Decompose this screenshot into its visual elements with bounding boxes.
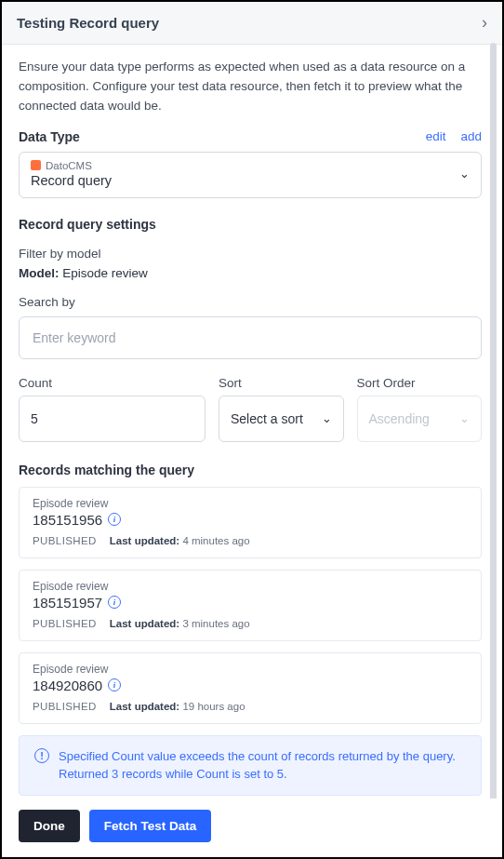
plugin-label: DatoCMS	[31, 160, 112, 171]
info-icon[interactable]: i	[108, 596, 121, 609]
model-key: Model:	[19, 266, 60, 280]
add-link[interactable]: add	[460, 129, 482, 143]
data-type-selector[interactable]: DatoCMS Record query ⌄	[19, 152, 482, 198]
search-input[interactable]	[19, 316, 482, 359]
datocms-icon	[31, 160, 41, 170]
record-updated: Last updated: 4 minutes ago	[110, 535, 250, 546]
count-warning-alert: ! Specified Count value exceeds the coun…	[19, 735, 482, 796]
record-status: PUBLISHED	[33, 535, 97, 546]
data-type-header-row: Data Type edit add	[19, 129, 482, 144]
count-input[interactable]	[19, 396, 206, 442]
sort-order-placeholder: Ascending	[369, 411, 430, 426]
panel-header: Testing Record query ›	[2, 2, 502, 45]
record-updated: Last updated: 19 hours ago	[110, 701, 245, 712]
record-type: Episode review	[33, 580, 468, 593]
panel-body: Ensure your data type performs as expect…	[2, 43, 498, 801]
done-button[interactable]: Done	[19, 810, 80, 842]
record-id: 185151956	[33, 512, 102, 528]
filter-by-model-label: Filter by model	[19, 247, 482, 261]
settings-title: Record query settings	[19, 217, 482, 232]
plugin-name: DatoCMS	[46, 160, 92, 171]
description-text: Ensure your data type performs as expect…	[19, 58, 482, 116]
alert-icon: !	[34, 748, 49, 763]
record-type: Episode review	[33, 497, 468, 510]
record-type: Episode review	[33, 663, 468, 676]
edit-link[interactable]: edit	[426, 129, 446, 143]
footer: Done Fetch Test Data	[2, 799, 502, 857]
panel-title: Testing Record query	[17, 15, 159, 31]
search-by-label: Search by	[19, 295, 482, 309]
sort-order-label: Sort Order	[357, 376, 483, 390]
record-status: PUBLISHED	[33, 618, 97, 629]
chevron-down-icon: ⌄	[459, 411, 470, 425]
alert-text: Specified Count value exceeds the count …	[59, 747, 466, 784]
model-value: Episode review	[62, 266, 148, 280]
sort-select[interactable]: Select a sort ⌄	[219, 396, 344, 442]
record-status: PUBLISHED	[33, 701, 97, 712]
records-title: Records matching the query	[19, 463, 482, 477]
data-type-actions: edit add	[426, 129, 482, 143]
record-card[interactable]: Episode review 185151957 i PUBLISHED Las…	[19, 570, 482, 641]
info-icon[interactable]: i	[108, 678, 121, 691]
record-updated: Last updated: 3 minutes ago	[110, 618, 250, 629]
record-id: 184920860	[33, 678, 102, 693]
record-card[interactable]: Episode review 185151956 i PUBLISHED Las…	[19, 487, 482, 558]
info-icon[interactable]: i	[108, 513, 121, 526]
data-type-label: Data Type	[19, 129, 80, 144]
sort-order-select[interactable]: Ascending ⌄	[357, 396, 483, 442]
chevron-down-icon: ⌄	[459, 167, 470, 181]
data-type-name: Record query	[31, 173, 112, 188]
record-card[interactable]: Episode review 184920860 i PUBLISHED Las…	[19, 652, 482, 724]
count-label: Count	[19, 376, 206, 390]
sort-label: Sort	[219, 376, 344, 390]
model-line: Model: Episode review	[19, 266, 482, 280]
record-id: 185151957	[33, 595, 102, 611]
collapse-chevron-icon[interactable]: ›	[482, 13, 487, 33]
fetch-test-data-button[interactable]: Fetch Test Data	[89, 810, 212, 842]
sort-placeholder: Select a sort	[231, 411, 303, 426]
chevron-down-icon: ⌄	[322, 411, 332, 425]
